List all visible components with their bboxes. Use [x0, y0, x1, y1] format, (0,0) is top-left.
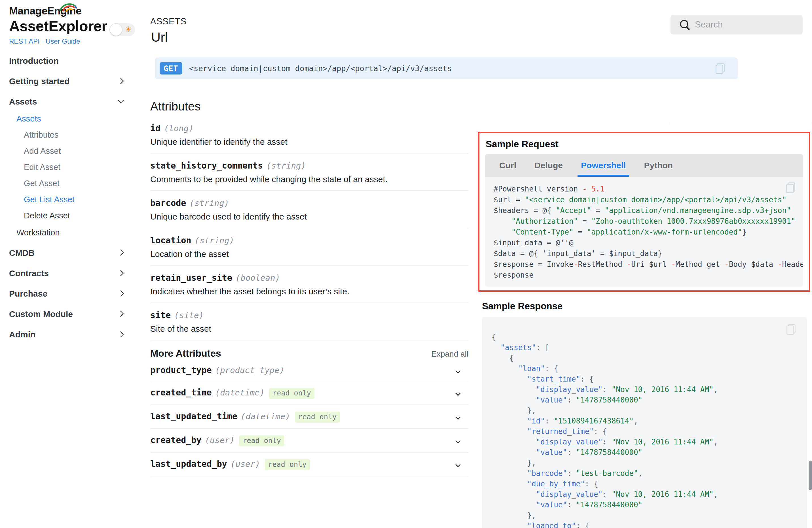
- tab-deluge[interactable]: Deluge: [534, 154, 563, 177]
- sidebar-item-custom-module[interactable]: Custom Module: [0, 309, 137, 319]
- code-line: $url = "<service domain|custom domain>/a…: [494, 194, 795, 205]
- page-title: Url: [151, 29, 168, 45]
- attribute-name-line: state_history_comments(string): [150, 161, 468, 170]
- attribute-type: (site): [174, 311, 204, 320]
- sidebar-item-label: Get Asset: [24, 179, 60, 188]
- attributes-heading: Attributes: [150, 100, 468, 113]
- code-line: "id": "1510894167438614",: [492, 416, 797, 426]
- attribute-description: Site of the asset: [150, 324, 468, 334]
- manageengine-swoosh-icon: [59, 0, 78, 13]
- sidebar-item-introduction[interactable]: Introduction: [0, 56, 137, 66]
- sidebar-item-cmdb[interactable]: CMDB: [0, 248, 137, 258]
- sidebar-item-label: Admin: [9, 330, 35, 339]
- chevron-down-icon: [455, 368, 461, 373]
- more-attribute-row[interactable]: created_by(user)read only: [150, 429, 468, 453]
- sidebar-item-assets[interactable]: Assets: [0, 97, 137, 106]
- endpoint-url: <service domain|custom domain>/app/<port…: [189, 64, 452, 73]
- tab-python[interactable]: Python: [644, 154, 673, 177]
- sample-response-heading: Sample Response: [482, 301, 807, 312]
- sidebar-item-delete-asset[interactable]: Delete Asset: [0, 211, 137, 221]
- attributes-list: id(long)Unique identifier to identify th…: [150, 116, 468, 341]
- copy-request-icon[interactable]: [786, 182, 795, 193]
- code-line: "due_by_time": {: [492, 479, 797, 489]
- attribute-type: (user): [205, 435, 235, 445]
- attribute-row: site(site)Site of the asset: [150, 303, 468, 341]
- code-line: "value": "1478758440000": [492, 500, 797, 510]
- chevron-right-icon: [118, 78, 124, 85]
- code-line: },: [492, 458, 797, 468]
- sun-icon: ☀: [125, 25, 132, 34]
- sidebar-item-label: Assets: [16, 114, 41, 123]
- sidebar-item-label: Purchase: [9, 289, 47, 298]
- request-language-tabs: CurlDelugePowershellPython: [485, 154, 803, 177]
- chevron-right-icon: [118, 290, 124, 297]
- copy-response-icon[interactable]: [786, 324, 796, 335]
- code-line: "value": "1478758440000": [492, 395, 797, 405]
- code-line: "loan": {: [492, 363, 797, 374]
- attribute-name: barcode: [150, 198, 186, 208]
- chevron-right-icon: [118, 311, 124, 317]
- attribute-name-line: id(long): [150, 123, 468, 133]
- sidebar-item-label: Edit Asset: [24, 163, 60, 172]
- attributes-section: Attributes id(long)Unique identifier to …: [150, 94, 468, 477]
- sidebar-item-admin[interactable]: Admin: [0, 330, 137, 340]
- chevron-down-icon: [118, 97, 124, 104]
- guide-subtitle: REST API - User Guide: [9, 37, 137, 45]
- expand-all-button[interactable]: Expand all: [431, 349, 468, 359]
- tab-powershell[interactable]: Powershell: [581, 154, 626, 177]
- sidebar-item-label: CMDB: [9, 248, 34, 257]
- breadcrumb: ASSETS: [150, 16, 187, 27]
- code-line: "barcode": "test-barcode",: [492, 468, 797, 479]
- response-code-block: { "assets": [ { "loan": { "start_time": …: [482, 317, 807, 528]
- code-line: $headers = @{ "Accept" = "application/vn…: [494, 205, 795, 216]
- attribute-name: last_updated_by: [150, 459, 227, 469]
- right-column-divider: [670, 123, 810, 123]
- code-line: "Authorization" = "Zoho-oauthtoken 1000.…: [494, 216, 795, 227]
- http-method-badge: GET: [160, 62, 182, 75]
- attribute-description: Comments to be provided while changing t…: [150, 175, 468, 184]
- code-line: $data = @{ 'input_data' = $input_data}: [494, 248, 795, 259]
- chevron-right-icon: [118, 250, 124, 256]
- sidebar-item-label: Add Asset: [24, 147, 61, 155]
- search-input[interactable]: [695, 19, 797, 30]
- code-line: #Powershell version - 5.1: [494, 183, 795, 194]
- sidebar-item-assets[interactable]: Assets: [0, 114, 137, 123]
- sidebar-item-getting-started[interactable]: Getting started: [0, 76, 137, 86]
- toggle-knob[interactable]: [110, 24, 122, 36]
- attribute-name: product_type: [150, 365, 212, 375]
- code-line: "value": "1478758440000": [492, 447, 797, 458]
- more-attributes-header: More Attributes Expand all: [150, 348, 468, 359]
- copy-url-icon[interactable]: [715, 63, 725, 74]
- sidebar-item-edit-asset[interactable]: Edit Asset: [0, 162, 137, 172]
- window-scrollbar[interactable]: [809, 461, 812, 490]
- attribute-name: id: [150, 123, 160, 133]
- attribute-description: Indicates whether the asset belongs to i…: [150, 287, 468, 296]
- sidebar-item-workstation[interactable]: Workstation: [0, 228, 137, 237]
- sample-request-heading: Sample Request: [486, 139, 809, 150]
- more-attribute-row[interactable]: last_updated_time(datetime)read only: [150, 405, 468, 429]
- more-attribute-row[interactable]: product_type(product_type): [150, 359, 468, 381]
- attribute-name: last_updated_time: [150, 411, 237, 421]
- sidebar-item-purchase[interactable]: Purchase: [0, 289, 137, 299]
- tab-curl[interactable]: Curl: [499, 154, 516, 177]
- theme-toggle[interactable]: ☀: [110, 23, 135, 36]
- attribute-name: site: [150, 310, 171, 320]
- sidebar-item-label: Attributes: [24, 130, 59, 139]
- sidebar-item-contracts[interactable]: Contracts: [0, 269, 137, 278]
- sidebar-item-attributes[interactable]: Attributes: [0, 130, 137, 140]
- attribute-type: (string): [189, 198, 229, 208]
- attribute-name: created_by: [150, 435, 202, 445]
- attribute-name-line: barcode(string): [150, 198, 468, 208]
- more-attribute-row[interactable]: created_time(datetime)read only: [150, 381, 468, 405]
- code-line: "assets": [: [492, 343, 797, 353]
- sidebar-nav: IntroductionGetting startedAssetsAssetsA…: [0, 56, 137, 340]
- search-box[interactable]: [670, 15, 803, 34]
- chevron-down-icon: [455, 391, 461, 396]
- sidebar-item-label: Get List Asset: [24, 195, 75, 204]
- more-attribute-row[interactable]: last_updated_by(user)read only: [150, 453, 468, 477]
- sidebar-item-label: Contracts: [9, 269, 49, 278]
- sidebar-item-get-asset[interactable]: Get Asset: [0, 179, 137, 188]
- code-line: $input_data = @''@: [494, 237, 795, 248]
- sidebar-item-get-list-asset[interactable]: Get List Asset: [0, 195, 137, 204]
- sidebar-item-add-asset[interactable]: Add Asset: [0, 146, 137, 156]
